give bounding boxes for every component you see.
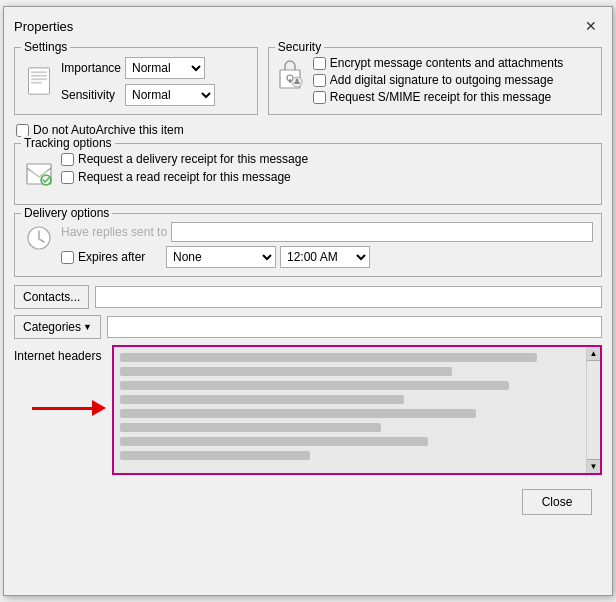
settings-label: Settings	[21, 40, 70, 54]
delivery-inner: Have replies sent to Expires after None …	[23, 222, 593, 268]
header-line-6	[120, 423, 381, 432]
delivery-receipt-label: Request a delivery receipt for this mess…	[78, 152, 308, 166]
arrow-line	[32, 407, 92, 410]
properties-dialog: Properties ✕ Settings	[3, 6, 613, 596]
svg-rect-3	[31, 78, 47, 80]
categories-label: Categories	[23, 320, 81, 334]
smime-label: Request S/MIME receipt for this message	[330, 90, 551, 104]
read-receipt-row: Request a read receipt for this message	[61, 170, 308, 184]
header-line-2	[120, 367, 452, 376]
tracking-inner: Request a delivery receipt for this mess…	[23, 152, 593, 196]
security-section: Security	[268, 47, 602, 115]
arrow-indicator	[32, 400, 106, 416]
delivery-icon	[23, 222, 55, 252]
close-button[interactable]: Close	[522, 489, 592, 515]
delivery-receipt-checkbox[interactable]	[61, 153, 74, 166]
security-icon	[277, 56, 307, 104]
svg-rect-4	[31, 82, 42, 84]
title-bar: Properties ✕	[4, 7, 612, 43]
tracking-icon	[23, 152, 55, 196]
internet-headers-label: Internet headers	[14, 345, 104, 363]
bottom-bar: Close	[14, 483, 602, 523]
tracking-checks: Request a delivery receipt for this mess…	[61, 152, 308, 184]
encrypt-checkbox[interactable]	[313, 57, 326, 70]
dialog-title: Properties	[14, 19, 73, 34]
security-checks: Encrypt message contents and attachments…	[313, 56, 563, 104]
categories-input[interactable]: None	[107, 316, 602, 338]
encrypt-row: Encrypt message contents and attachments	[313, 56, 563, 70]
contacts-input[interactable]	[95, 286, 602, 308]
autoarchive-label: Do not AutoArchive this item	[33, 123, 184, 137]
svg-rect-1	[31, 71, 47, 73]
scrollbar-track	[587, 361, 601, 459]
scrollbar: ▲ ▼	[586, 347, 600, 473]
internet-headers-section: Internet headers	[14, 345, 602, 475]
svg-rect-7	[289, 79, 291, 83]
close-icon[interactable]: ✕	[580, 15, 602, 37]
svg-rect-2	[31, 75, 47, 77]
header-line-8	[120, 451, 310, 460]
scrollbar-up-button[interactable]: ▲	[587, 347, 601, 361]
read-receipt-checkbox[interactable]	[61, 171, 74, 184]
dialog-body: Settings Importance	[4, 43, 612, 533]
tracking-label: Tracking options	[21, 136, 115, 150]
expires-label: Expires after	[78, 250, 162, 264]
encrypt-label: Encrypt message contents and attachments	[330, 56, 563, 70]
expires-time-dropdown[interactable]: 12:00 AM	[280, 246, 370, 268]
sensitivity-label: Sensitivity	[61, 88, 121, 102]
security-label: Security	[275, 40, 324, 54]
delivery-fields: Have replies sent to Expires after None …	[61, 222, 593, 268]
tracking-section: Tracking options Request a del	[14, 143, 602, 205]
delivery-section: Delivery options Have replies sent to	[14, 213, 602, 277]
categories-dropdown-icon: ▼	[83, 322, 92, 332]
reply-label: Have replies sent to	[61, 225, 167, 239]
contacts-button[interactable]: Contacts...	[14, 285, 89, 309]
importance-row: Importance Normal Low High	[61, 57, 249, 79]
digital-sig-row: Add digital signature to outgoing messag…	[313, 73, 563, 87]
categories-row: Categories ▼ None	[14, 315, 602, 339]
header-line-1	[120, 353, 537, 362]
delivery-label: Delivery options	[21, 206, 112, 220]
smime-row: Request S/MIME receipt for this message	[313, 90, 563, 104]
headers-content	[114, 347, 600, 466]
sensitivity-dropdown[interactable]: Normal Personal Private Confidential	[125, 84, 215, 106]
autoarchive-row: Do not AutoArchive this item	[14, 123, 602, 137]
security-inner: Encrypt message contents and attachments…	[277, 56, 593, 104]
settings-grid: Importance Normal Low High Sensitivity N…	[23, 56, 249, 106]
expires-date-dropdown[interactable]: None	[166, 246, 276, 268]
importance-label: Importance	[61, 61, 121, 75]
settings-section: Settings Importance	[14, 47, 258, 115]
expires-row: Expires after None 12:00 AM	[61, 246, 593, 268]
arrow-head	[92, 400, 106, 416]
settings-security-group: Settings Importance	[14, 47, 602, 115]
read-receipt-label: Request a read receipt for this message	[78, 170, 291, 184]
header-line-5	[120, 409, 476, 418]
digital-sig-label: Add digital signature to outgoing messag…	[330, 73, 553, 87]
delivery-receipt-row: Request a delivery receipt for this mess…	[61, 152, 308, 166]
settings-icon	[23, 56, 55, 106]
reply-row: Have replies sent to	[61, 222, 593, 242]
importance-dropdown[interactable]: Normal Low High	[125, 57, 205, 79]
header-line-7	[120, 437, 428, 446]
sensitivity-row: Sensitivity Normal Personal Private Conf…	[61, 84, 249, 106]
expires-checkbox[interactable]	[61, 251, 74, 264]
headers-box-wrapper: ▲ ▼	[112, 345, 602, 475]
reply-input[interactable]	[171, 222, 593, 242]
internet-headers-box[interactable]: ▲ ▼	[112, 345, 602, 475]
autoarchive-checkbox[interactable]	[16, 124, 29, 137]
categories-button[interactable]: Categories ▼	[14, 315, 101, 339]
header-line-3	[120, 381, 509, 390]
contacts-categories-row: Contacts...	[14, 285, 602, 309]
header-line-4	[120, 395, 404, 404]
smime-checkbox[interactable]	[313, 91, 326, 104]
scrollbar-down-button[interactable]: ▼	[587, 459, 601, 473]
digital-sig-checkbox[interactable]	[313, 74, 326, 87]
